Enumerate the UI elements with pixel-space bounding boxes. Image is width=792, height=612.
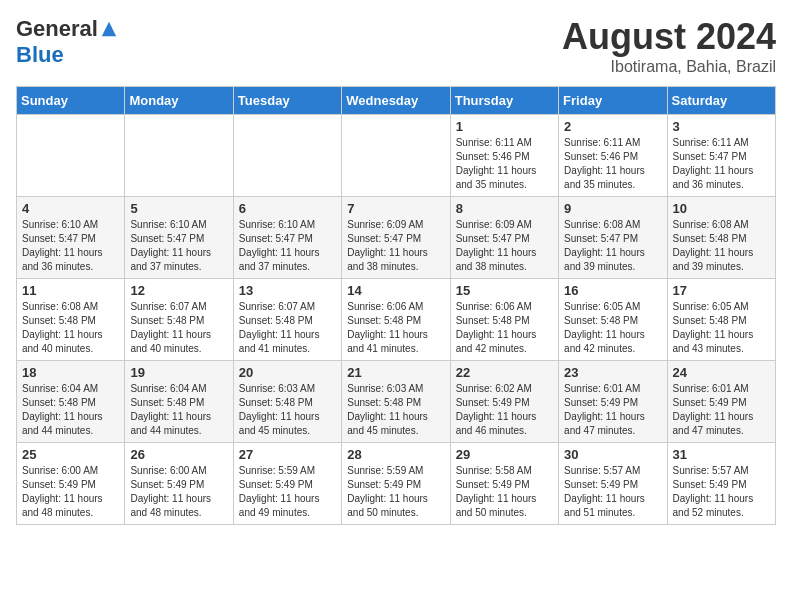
- col-header-thursday: Thursday: [450, 87, 558, 115]
- calendar-cell: 19Sunrise: 6:04 AM Sunset: 5:48 PM Dayli…: [125, 361, 233, 443]
- day-info: Sunrise: 6:01 AM Sunset: 5:49 PM Dayligh…: [673, 382, 770, 438]
- calendar-cell: 15Sunrise: 6:06 AM Sunset: 5:48 PM Dayli…: [450, 279, 558, 361]
- day-number: 24: [673, 365, 770, 380]
- day-number: 2: [564, 119, 661, 134]
- calendar-cell: 2Sunrise: 6:11 AM Sunset: 5:46 PM Daylig…: [559, 115, 667, 197]
- day-number: 10: [673, 201, 770, 216]
- day-info: Sunrise: 6:03 AM Sunset: 5:48 PM Dayligh…: [347, 382, 444, 438]
- calendar-cell: 1Sunrise: 6:11 AM Sunset: 5:46 PM Daylig…: [450, 115, 558, 197]
- calendar-cell: 28Sunrise: 5:59 AM Sunset: 5:49 PM Dayli…: [342, 443, 450, 525]
- day-info: Sunrise: 6:08 AM Sunset: 5:47 PM Dayligh…: [564, 218, 661, 274]
- calendar-cell: 22Sunrise: 6:02 AM Sunset: 5:49 PM Dayli…: [450, 361, 558, 443]
- day-number: 25: [22, 447, 119, 462]
- calendar-cell: [342, 115, 450, 197]
- day-info: Sunrise: 6:09 AM Sunset: 5:47 PM Dayligh…: [347, 218, 444, 274]
- day-info: Sunrise: 6:11 AM Sunset: 5:47 PM Dayligh…: [673, 136, 770, 192]
- day-number: 8: [456, 201, 553, 216]
- location-subtitle: Ibotirama, Bahia, Brazil: [562, 58, 776, 76]
- calendar-cell: [125, 115, 233, 197]
- day-info: Sunrise: 6:05 AM Sunset: 5:48 PM Dayligh…: [673, 300, 770, 356]
- col-header-wednesday: Wednesday: [342, 87, 450, 115]
- calendar-cell: 27Sunrise: 5:59 AM Sunset: 5:49 PM Dayli…: [233, 443, 341, 525]
- day-number: 18: [22, 365, 119, 380]
- calendar-cell: 21Sunrise: 6:03 AM Sunset: 5:48 PM Dayli…: [342, 361, 450, 443]
- calendar-week-row: 4Sunrise: 6:10 AM Sunset: 5:47 PM Daylig…: [17, 197, 776, 279]
- page-header: General Blue August 2024 Ibotirama, Bahi…: [16, 16, 776, 76]
- day-number: 3: [673, 119, 770, 134]
- day-number: 20: [239, 365, 336, 380]
- day-number: 22: [456, 365, 553, 380]
- calendar-cell: 3Sunrise: 6:11 AM Sunset: 5:47 PM Daylig…: [667, 115, 775, 197]
- calendar-cell: 13Sunrise: 6:07 AM Sunset: 5:48 PM Dayli…: [233, 279, 341, 361]
- calendar-cell: 7Sunrise: 6:09 AM Sunset: 5:47 PM Daylig…: [342, 197, 450, 279]
- calendar-cell: 14Sunrise: 6:06 AM Sunset: 5:48 PM Dayli…: [342, 279, 450, 361]
- day-info: Sunrise: 6:06 AM Sunset: 5:48 PM Dayligh…: [456, 300, 553, 356]
- logo-blue-text: Blue: [16, 42, 64, 68]
- day-number: 6: [239, 201, 336, 216]
- logo: General Blue: [16, 16, 118, 68]
- calendar-cell: 8Sunrise: 6:09 AM Sunset: 5:47 PM Daylig…: [450, 197, 558, 279]
- day-info: Sunrise: 5:57 AM Sunset: 5:49 PM Dayligh…: [673, 464, 770, 520]
- day-number: 29: [456, 447, 553, 462]
- calendar-cell: 12Sunrise: 6:07 AM Sunset: 5:48 PM Dayli…: [125, 279, 233, 361]
- day-info: Sunrise: 6:10 AM Sunset: 5:47 PM Dayligh…: [22, 218, 119, 274]
- col-header-sunday: Sunday: [17, 87, 125, 115]
- calendar-cell: 25Sunrise: 6:00 AM Sunset: 5:49 PM Dayli…: [17, 443, 125, 525]
- calendar-cell: 30Sunrise: 5:57 AM Sunset: 5:49 PM Dayli…: [559, 443, 667, 525]
- calendar-cell: 5Sunrise: 6:10 AM Sunset: 5:47 PM Daylig…: [125, 197, 233, 279]
- calendar-week-row: 18Sunrise: 6:04 AM Sunset: 5:48 PM Dayli…: [17, 361, 776, 443]
- day-info: Sunrise: 6:07 AM Sunset: 5:48 PM Dayligh…: [239, 300, 336, 356]
- day-number: 17: [673, 283, 770, 298]
- day-number: 19: [130, 365, 227, 380]
- day-number: 5: [130, 201, 227, 216]
- day-info: Sunrise: 6:09 AM Sunset: 5:47 PM Dayligh…: [456, 218, 553, 274]
- calendar-cell: 29Sunrise: 5:58 AM Sunset: 5:49 PM Dayli…: [450, 443, 558, 525]
- col-header-saturday: Saturday: [667, 87, 775, 115]
- logo-general-text: General: [16, 16, 98, 42]
- calendar-cell: 10Sunrise: 6:08 AM Sunset: 5:48 PM Dayli…: [667, 197, 775, 279]
- calendar-week-row: 25Sunrise: 6:00 AM Sunset: 5:49 PM Dayli…: [17, 443, 776, 525]
- day-number: 28: [347, 447, 444, 462]
- title-block: August 2024 Ibotirama, Bahia, Brazil: [562, 16, 776, 76]
- day-info: Sunrise: 6:08 AM Sunset: 5:48 PM Dayligh…: [673, 218, 770, 274]
- day-info: Sunrise: 6:11 AM Sunset: 5:46 PM Dayligh…: [456, 136, 553, 192]
- day-info: Sunrise: 6:04 AM Sunset: 5:48 PM Dayligh…: [22, 382, 119, 438]
- svg-marker-0: [102, 22, 116, 36]
- day-info: Sunrise: 6:03 AM Sunset: 5:48 PM Dayligh…: [239, 382, 336, 438]
- logo-icon: [100, 20, 118, 38]
- calendar-cell: 23Sunrise: 6:01 AM Sunset: 5:49 PM Dayli…: [559, 361, 667, 443]
- calendar-week-row: 1Sunrise: 6:11 AM Sunset: 5:46 PM Daylig…: [17, 115, 776, 197]
- day-info: Sunrise: 6:04 AM Sunset: 5:48 PM Dayligh…: [130, 382, 227, 438]
- day-info: Sunrise: 6:05 AM Sunset: 5:48 PM Dayligh…: [564, 300, 661, 356]
- day-info: Sunrise: 5:59 AM Sunset: 5:49 PM Dayligh…: [347, 464, 444, 520]
- day-number: 31: [673, 447, 770, 462]
- col-header-monday: Monday: [125, 87, 233, 115]
- day-number: 14: [347, 283, 444, 298]
- day-number: 21: [347, 365, 444, 380]
- day-number: 27: [239, 447, 336, 462]
- calendar-cell: [17, 115, 125, 197]
- calendar-cell: 26Sunrise: 6:00 AM Sunset: 5:49 PM Dayli…: [125, 443, 233, 525]
- day-info: Sunrise: 6:10 AM Sunset: 5:47 PM Dayligh…: [130, 218, 227, 274]
- day-number: 4: [22, 201, 119, 216]
- day-number: 15: [456, 283, 553, 298]
- day-number: 7: [347, 201, 444, 216]
- calendar-cell: 4Sunrise: 6:10 AM Sunset: 5:47 PM Daylig…: [17, 197, 125, 279]
- day-number: 23: [564, 365, 661, 380]
- day-number: 1: [456, 119, 553, 134]
- day-number: 11: [22, 283, 119, 298]
- day-number: 12: [130, 283, 227, 298]
- day-info: Sunrise: 6:01 AM Sunset: 5:49 PM Dayligh…: [564, 382, 661, 438]
- calendar-cell: [233, 115, 341, 197]
- calendar-header-row: SundayMondayTuesdayWednesdayThursdayFrid…: [17, 87, 776, 115]
- col-header-tuesday: Tuesday: [233, 87, 341, 115]
- day-number: 9: [564, 201, 661, 216]
- calendar-cell: 17Sunrise: 6:05 AM Sunset: 5:48 PM Dayli…: [667, 279, 775, 361]
- day-info: Sunrise: 6:11 AM Sunset: 5:46 PM Dayligh…: [564, 136, 661, 192]
- day-info: Sunrise: 6:00 AM Sunset: 5:49 PM Dayligh…: [130, 464, 227, 520]
- day-number: 16: [564, 283, 661, 298]
- day-info: Sunrise: 6:06 AM Sunset: 5:48 PM Dayligh…: [347, 300, 444, 356]
- calendar-cell: 18Sunrise: 6:04 AM Sunset: 5:48 PM Dayli…: [17, 361, 125, 443]
- col-header-friday: Friday: [559, 87, 667, 115]
- calendar-week-row: 11Sunrise: 6:08 AM Sunset: 5:48 PM Dayli…: [17, 279, 776, 361]
